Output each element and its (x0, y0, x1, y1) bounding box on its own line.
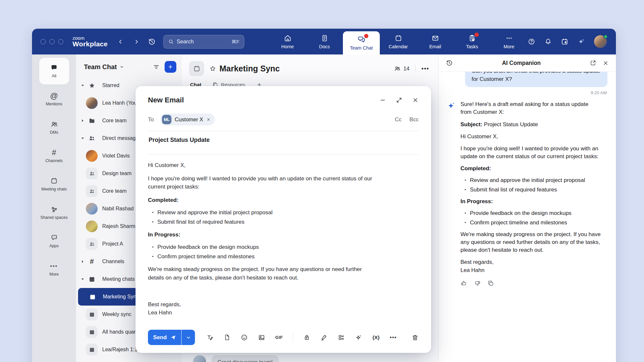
at-icon: @ (50, 92, 58, 100)
meeting-calendar-icon (86, 309, 98, 320)
group-icon (86, 185, 98, 197)
apps-icon (50, 234, 58, 242)
topbar-right (527, 35, 607, 48)
send-button[interactable]: Send (148, 330, 181, 345)
rail-item-channels[interactable]: # Channels (38, 142, 71, 170)
emoji-icon[interactable] (241, 334, 248, 341)
presence-indicator (604, 35, 608, 39)
notifications-icon[interactable] (544, 38, 552, 46)
thumbs-up-icon[interactable] (460, 280, 467, 287)
close-panel-icon[interactable] (603, 60, 609, 66)
caret-right-icon[interactable] (79, 260, 86, 263)
tab-email[interactable]: Email (417, 29, 454, 54)
send-options-button[interactable] (182, 330, 195, 345)
to-field[interactable]: To ML Customer X Cc Bcc (148, 113, 419, 126)
rail-item-dms[interactable]: DMs (38, 114, 71, 141)
tasks-badge (475, 33, 479, 37)
format-text-icon[interactable] (206, 334, 214, 341)
tab-home[interactable]: Home (269, 29, 306, 54)
recipient-initials-badge: ML (162, 115, 171, 124)
send-button-group: Send (148, 330, 195, 345)
email-in-progress-list: •Provide feedback on the design mockups … (148, 244, 378, 261)
ai-history-icon[interactable] (446, 59, 453, 67)
image-icon[interactable] (258, 334, 265, 341)
ai-response: Sure! Here's a draft email asking for a … (447, 100, 607, 286)
new-email-modal: New Email To ML Customer X (136, 86, 431, 353)
back-button[interactable] (116, 37, 125, 46)
filter-icon[interactable] (153, 64, 160, 70)
email-completed-list: •Review and approve the initial project … (148, 209, 378, 226)
message-timestamp: 9:20 AM (448, 90, 607, 95)
close-window-button[interactable] (40, 39, 46, 44)
caret-down-icon[interactable] (79, 137, 86, 140)
ai-in-progress-list: •Provide feedback on the design mockups … (460, 210, 601, 227)
copy-icon[interactable] (487, 280, 494, 287)
rail-item-all[interactable]: All (39, 58, 69, 84)
avatar (86, 220, 98, 232)
rail-item-mentions[interactable]: @ Mentions (38, 85, 71, 113)
ai-feedback-bar (460, 280, 601, 287)
signature-icon[interactable] (320, 334, 328, 341)
history-icon[interactable] (147, 37, 156, 46)
more-tools-button[interactable]: ••• (390, 335, 397, 340)
gif-button[interactable]: GIF (275, 335, 283, 340)
minimize-window-button[interactable] (49, 39, 55, 44)
encrypt-icon[interactable]: E (303, 334, 310, 341)
tab-docs[interactable]: Docs (306, 29, 343, 54)
svg-text:E: E (306, 337, 308, 339)
maximize-window-button[interactable] (58, 39, 63, 44)
cc-button[interactable]: Cc (395, 116, 402, 123)
forward-button[interactable] (132, 37, 141, 46)
ai-completed-label: Completed: (460, 165, 601, 173)
new-chat-button[interactable] (165, 61, 176, 73)
tab-more[interactable]: More (491, 29, 527, 54)
meeting-calendar-icon (189, 61, 204, 76)
star-channel-button[interactable] (209, 65, 216, 72)
avatar (86, 150, 98, 162)
tab-calendar[interactable]: Calendar (380, 29, 417, 54)
folder-icon (86, 115, 98, 127)
search-icon (168, 39, 174, 44)
bcc-button[interactable]: Bcc (410, 116, 419, 123)
help-icon[interactable] (527, 38, 535, 46)
main-nav: Home Docs Team Chat (269, 29, 527, 54)
caret-down-icon[interactable] (79, 278, 86, 281)
channel-more-button[interactable]: ••• (422, 65, 429, 72)
docs-icon (321, 34, 329, 42)
upcoming-meetings-icon[interactable] (561, 38, 569, 46)
divider (293, 333, 293, 342)
email-completed-label: Completed: (148, 196, 378, 204)
thumbs-down-icon[interactable] (474, 280, 481, 287)
avatar (86, 203, 98, 215)
remove-recipient-icon[interactable] (206, 117, 211, 122)
discard-draft-icon[interactable] (411, 334, 419, 341)
rail-item-apps[interactable]: Apps (38, 227, 71, 255)
chat-list-title[interactable]: Team Chat (84, 63, 124, 71)
search-input[interactable]: Search ⌘F (163, 35, 244, 49)
ai-compose-icon[interactable] (355, 334, 362, 341)
member-count[interactable]: 14 (394, 65, 409, 72)
caret-right-icon[interactable] (79, 119, 86, 122)
minimize-icon[interactable] (379, 97, 386, 103)
meeting-calendar-icon (87, 291, 98, 303)
user-avatar[interactable] (594, 35, 607, 48)
close-icon[interactable] (412, 97, 419, 103)
rail-item-more[interactable]: ••• More (38, 256, 71, 283)
ai-companion-icon[interactable] (577, 38, 585, 46)
email-body-editor[interactable]: Hi Customer X, I hope you're doing well!… (148, 161, 378, 317)
tab-team-chat[interactable]: Team Chat (343, 31, 380, 54)
attach-file-icon[interactable] (224, 334, 231, 341)
expand-icon[interactable] (396, 97, 402, 103)
caret-down-icon[interactable] (79, 84, 86, 87)
rail-item-meeting-chats[interactable]: Meeting chats (38, 171, 71, 198)
tab-tasks[interactable]: Tasks (454, 29, 491, 54)
variables-button[interactable]: {X} (372, 335, 379, 340)
open-in-window-icon[interactable] (590, 60, 596, 66)
rail-item-shared-spaces[interactable]: Shared spaces (38, 199, 71, 226)
subject-field[interactable]: Project Status Update (148, 131, 419, 149)
window-controls[interactable] (40, 39, 63, 44)
template-icon[interactable] (338, 334, 345, 341)
avatar (86, 97, 98, 109)
recipient-chip[interactable]: ML Customer X (160, 113, 215, 126)
ai-sparkle-icon (447, 101, 456, 286)
